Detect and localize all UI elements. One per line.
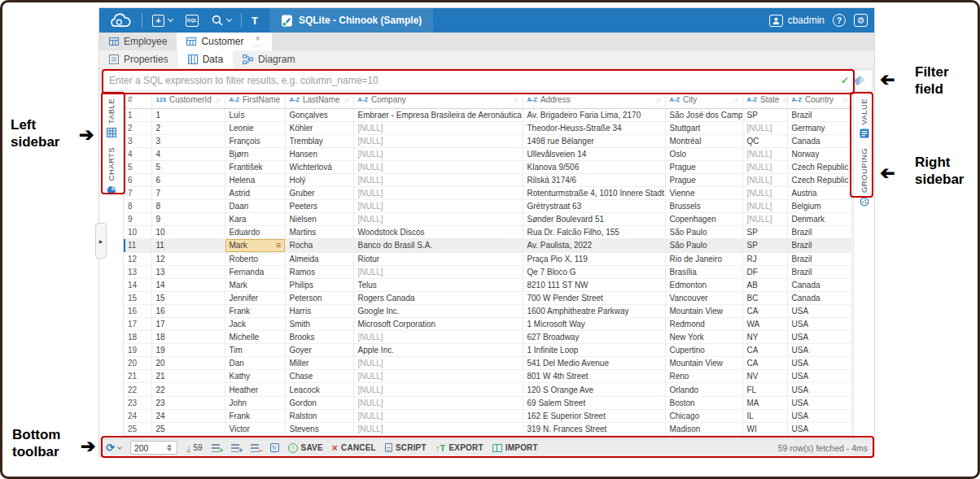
grid-cell[interactable]: 11: [151, 239, 225, 252]
row-number-cell[interactable]: 22: [124, 383, 151, 396]
grid-cell[interactable]: [NULL]: [353, 187, 523, 200]
grid-cell[interactable]: Reno: [665, 370, 742, 383]
grid-cell[interactable]: Kara: [225, 213, 285, 226]
grid-cell[interactable]: Brazil: [787, 252, 851, 265]
grid-cell[interactable]: USA: [787, 396, 851, 409]
grid-cell[interactable]: WA: [742, 318, 787, 331]
grid-cell[interactable]: BC: [742, 291, 787, 304]
grid-cell[interactable]: Vienne: [665, 187, 742, 200]
grid-cell[interactable]: Dan: [225, 357, 285, 370]
grid-cell[interactable]: 700 W Pender Street: [523, 291, 665, 304]
grid-cell[interactable]: [NULL]: [742, 147, 787, 160]
grid-cell[interactable]: Germany: [787, 121, 851, 134]
grid-cell[interactable]: Jack: [225, 318, 285, 331]
grid-cell[interactable]: 2: [151, 121, 225, 134]
sidebar-tab-charts[interactable]: CHARTS: [107, 147, 116, 194]
row-number-cell[interactable]: 15: [124, 291, 151, 304]
grid-cell[interactable]: USA: [787, 357, 851, 370]
grid-cell[interactable]: [NULL]: [742, 121, 787, 134]
grid-cell[interactable]: Av. Paulista, 2022: [523, 239, 665, 252]
grid-cell[interactable]: Brooks: [285, 331, 353, 344]
column-header-firstname[interactable]: A-ZFirstName↓↑: [225, 92, 285, 108]
grid-cell[interactable]: NY: [742, 331, 787, 344]
grid-cell[interactable]: USA: [787, 331, 851, 344]
new-connection-button[interactable]: +: [152, 15, 173, 27]
tab-employee[interactable]: Employee: [99, 33, 177, 50]
clear-filter-icon[interactable]: [854, 76, 865, 86]
grid-cell[interactable]: Edmonton: [665, 278, 742, 291]
row-number-cell[interactable]: 24: [124, 409, 151, 422]
grid-cell[interactable]: Frank: [225, 304, 285, 317]
grid-cell[interactable]: Smith: [285, 318, 353, 331]
grid-cell[interactable]: Ullevålsveien 14: [523, 147, 665, 160]
grid-cell[interactable]: SP: [742, 108, 787, 121]
grid-cell[interactable]: Boston: [665, 396, 742, 409]
grid-cell[interactable]: 1: [151, 108, 225, 121]
grid-cell[interactable]: Madison: [665, 422, 742, 435]
grid-cell[interactable]: Martins: [285, 226, 353, 239]
grid-cell[interactable]: Praça Pio X, 119: [523, 252, 665, 265]
grid-cell[interactable]: Astrid: [225, 187, 285, 200]
grid-cell[interactable]: [NULL]: [742, 173, 787, 186]
grid-cell[interactable]: Brasília: [665, 265, 742, 278]
sidebar-tab-grouping[interactable]: GROUPING: [860, 148, 869, 207]
grid-cell[interactable]: Czech Republic: [787, 173, 851, 186]
grid-cell[interactable]: FL: [742, 383, 787, 396]
grid-cell[interactable]: Hansen: [285, 147, 353, 160]
grid-cell[interactable]: 627 Broadway: [523, 331, 665, 344]
grid-cell[interactable]: Mark≡: [225, 239, 285, 252]
grid-cell[interactable]: CA: [742, 304, 787, 317]
grid-cell[interactable]: Kathy: [225, 370, 285, 383]
grid-cell[interactable]: Tim: [225, 344, 285, 357]
grid-cell[interactable]: Chase: [285, 370, 353, 383]
grid-cell[interactable]: São José dos Campos: [665, 108, 742, 121]
column-header-customerid[interactable]: 123CustomerId↓↑: [151, 92, 225, 108]
grid-cell[interactable]: Leonie: [225, 121, 285, 134]
grid-cell[interactable]: São Paulo: [665, 226, 742, 239]
grid-cell[interactable]: Embraer - Empresa Brasileira de Aeronáut…: [353, 108, 523, 121]
grid-cell[interactable]: WI: [742, 422, 787, 435]
sort-icon[interactable]: ↓↑: [655, 96, 661, 104]
grid-cell[interactable]: Woodstock Discos: [353, 226, 523, 239]
grid-cell[interactable]: Grétrystraat 63: [523, 200, 665, 213]
grid-cell[interactable]: Mountain View: [665, 304, 742, 317]
grid-cell[interactable]: 3: [151, 134, 225, 147]
row-number-cell[interactable]: 7: [124, 187, 151, 200]
grid-cell[interactable]: Google Inc.: [353, 304, 523, 317]
row-number-cell[interactable]: 1: [124, 108, 151, 121]
text-mode-button[interactable]: T: [252, 15, 258, 27]
grid-cell[interactable]: Peeters: [285, 200, 353, 213]
grid-cell[interactable]: Rocha: [285, 239, 353, 252]
add-row-button[interactable]: +: [212, 443, 222, 452]
grid-cell[interactable]: USA: [787, 304, 851, 317]
grid-cell[interactable]: Roberto: [225, 252, 285, 265]
grid-cell[interactable]: USA: [787, 370, 851, 383]
grid-cell[interactable]: USA: [787, 318, 851, 331]
row-number-cell[interactable]: 25: [124, 422, 151, 435]
save-button[interactable]: ↑SAVE: [288, 443, 323, 453]
tab-customer[interactable]: Customer × ...: [177, 33, 272, 50]
grid-cell[interactable]: Banco do Brasil S.A.: [353, 239, 523, 252]
grid-cell[interactable]: Canada: [787, 291, 851, 304]
grid-cell[interactable]: Gordon: [285, 396, 353, 409]
row-number-cell[interactable]: 21: [124, 370, 151, 383]
grid-cell[interactable]: Prague: [665, 160, 742, 173]
refresh-button[interactable]: ⟳: [106, 442, 121, 454]
apply-filter-icon[interactable]: ✓: [835, 75, 855, 86]
sort-icon[interactable]: ↓↑: [215, 96, 221, 104]
grid-cell[interactable]: Jennifer: [225, 291, 285, 304]
grid-cell[interactable]: 541 Del Medio Avenue: [523, 357, 665, 370]
grid-cell[interactable]: [NULL]: [353, 200, 523, 213]
row-number-cell[interactable]: 9: [124, 213, 151, 226]
row-number-cell[interactable]: 16: [124, 304, 151, 317]
grid-cell[interactable]: Theodor-Heuss-Straße 34: [523, 121, 665, 134]
grid-cell[interactable]: Philips: [285, 278, 353, 291]
import-button[interactable]: IMPORT: [492, 443, 538, 452]
grid-cell[interactable]: Copenhagen: [665, 213, 742, 226]
grid-cell[interactable]: Brazil: [787, 239, 851, 252]
grid-cell[interactable]: 162 E Superior Street: [523, 409, 665, 422]
grid-cell[interactable]: 801 W 4th Street: [523, 370, 665, 383]
grid-cell[interactable]: Orlando: [665, 383, 742, 396]
row-number-cell[interactable]: 18: [124, 331, 151, 344]
grid-cell[interactable]: Microsoft Corporation: [353, 318, 523, 331]
